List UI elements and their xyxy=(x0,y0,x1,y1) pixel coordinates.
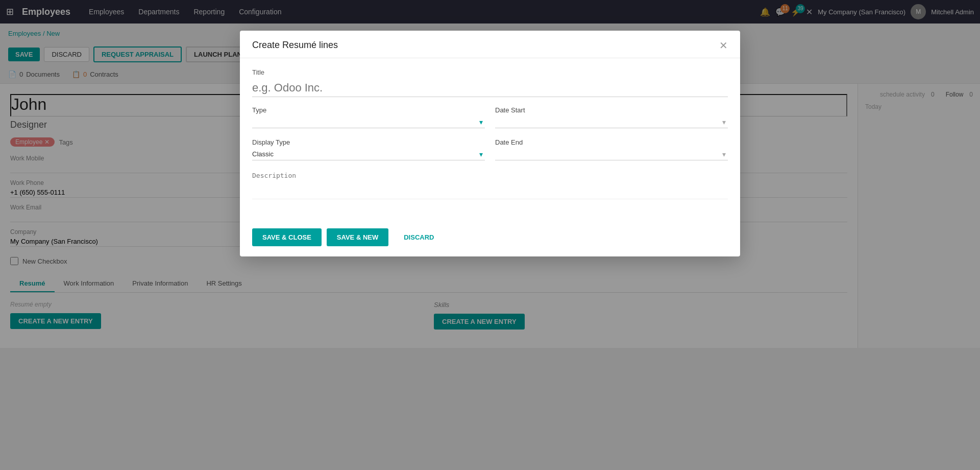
modal-date-end-input[interactable] xyxy=(495,148,728,160)
modal-discard-button[interactable]: DISCARD xyxy=(394,228,444,246)
modal-display-type-field: Display Type Classic Course Certificatio… xyxy=(252,138,485,160)
modal-type-field: Type Education Experience Internal Certi… xyxy=(252,106,485,128)
modal-body: Title Type Education Experience Internal… xyxy=(240,58,740,220)
modal-type-date-grid: Type Education Experience Internal Certi… xyxy=(252,106,728,160)
modal-title-input[interactable] xyxy=(252,79,728,97)
modal-save-new-button[interactable]: SAVE & NEW xyxy=(327,228,388,246)
modal-date-start-wrapper xyxy=(495,116,728,128)
modal-description-input[interactable] xyxy=(252,169,728,199)
modal-date-end-wrapper xyxy=(495,148,728,160)
modal-date-start-field: Date Start xyxy=(495,106,728,128)
modal-display-type-select-wrapper: Classic Course Certification xyxy=(252,148,485,160)
modal-footer: SAVE & CLOSE SAVE & NEW DISCARD xyxy=(240,220,740,256)
modal-date-start-label: Date Start xyxy=(495,106,728,114)
modal-date-start-input[interactable] xyxy=(495,116,728,128)
modal-title-field-row: Title xyxy=(252,68,728,97)
modal-title-label: Title xyxy=(252,68,728,76)
create-resume-modal: Create Resumé lines ✕ Title Type Educati… xyxy=(240,31,740,256)
modal-date-end-label: Date End xyxy=(495,138,728,146)
modal-save-close-button[interactable]: SAVE & CLOSE xyxy=(252,228,322,246)
modal-header: Create Resumé lines ✕ xyxy=(240,31,740,58)
modal-title: Create Resumé lines xyxy=(252,40,338,51)
modal-type-label: Type xyxy=(252,106,485,114)
modal-type-select-wrapper: Education Experience Internal Certificat… xyxy=(252,116,485,128)
modal-date-end-field: Date End xyxy=(495,138,728,160)
modal-overlay[interactable]: Create Resumé lines ✕ Title Type Educati… xyxy=(0,0,980,348)
modal-display-type-label: Display Type xyxy=(252,138,485,146)
modal-description-field-row xyxy=(252,169,728,201)
modal-type-select[interactable]: Education Experience Internal Certificat… xyxy=(252,116,485,128)
modal-close-button[interactable]: ✕ xyxy=(719,40,728,51)
modal-display-type-select[interactable]: Classic Course Certification xyxy=(252,148,485,160)
